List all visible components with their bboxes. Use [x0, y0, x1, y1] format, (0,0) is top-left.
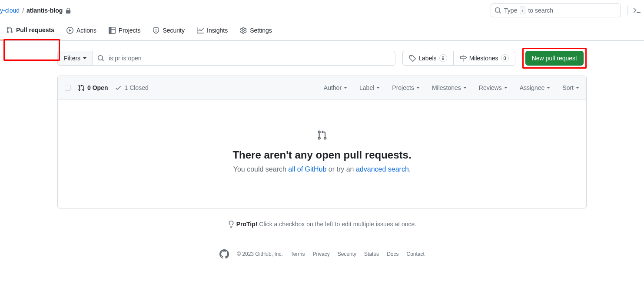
caret-down-icon	[376, 87, 380, 89]
tab-label: Insights	[207, 27, 228, 34]
footer-link[interactable]: Security	[338, 251, 356, 257]
git-pull-request-icon	[78, 84, 85, 91]
protip-label: ProTip!	[236, 221, 258, 228]
breadcrumb-org[interactable]: y-cloud	[0, 7, 20, 14]
lightbulb-icon	[228, 221, 235, 228]
tab-label: Settings	[250, 27, 272, 34]
filter-author[interactable]: Author	[324, 84, 347, 91]
labels-button[interactable]: Labels 9	[402, 51, 453, 66]
global-search[interactable]: Type / to search	[491, 3, 621, 17]
tab-projects[interactable]: Projects	[103, 20, 147, 40]
labels-label: Labels	[418, 55, 436, 62]
footer-link[interactable]: Status	[364, 251, 379, 257]
caret-down-icon	[547, 87, 550, 89]
pr-search-input[interactable]	[108, 54, 391, 62]
highlight-pull-requests	[3, 39, 60, 61]
caret-down-icon	[416, 87, 420, 89]
lock-icon	[65, 7, 71, 14]
milestones-label: Milestones	[469, 55, 498, 62]
breadcrumb-repo[interactable]: atlantis-blog	[27, 7, 63, 14]
milestones-button[interactable]: Milestones 0	[453, 51, 515, 66]
caret-down-icon	[463, 87, 467, 89]
search-placeholder-prefix: Type	[504, 7, 517, 14]
empty-description: You could search all of GitHub or try an…	[66, 165, 578, 173]
check-icon	[115, 84, 122, 91]
caret-down-icon	[576, 87, 579, 89]
footer-link[interactable]: Privacy	[312, 251, 329, 257]
protip: ProTip! Click a checkbox on the left to …	[57, 221, 587, 228]
empty-state: There aren't any open pull requests. You…	[58, 99, 586, 208]
closed-count: 1 Closed	[124, 84, 148, 91]
gear-icon	[240, 27, 247, 34]
filter-milestones[interactable]: Milestones	[432, 84, 467, 91]
footer: © 2023 GitHub, Inc. Terms Privacy Securi…	[57, 249, 587, 262]
pr-search[interactable]	[93, 51, 395, 66]
repo-nav: Pull requests Actions Projects Security …	[0, 20, 644, 41]
milestones-count: 0	[501, 54, 509, 62]
closed-prs-link[interactable]: 1 Closed	[115, 84, 148, 91]
git-pull-request-icon	[317, 133, 327, 140]
github-logo-icon	[219, 249, 229, 259]
labels-count: 9	[439, 54, 447, 62]
command-palette-icon[interactable]	[634, 7, 641, 14]
footer-link[interactable]: Terms	[291, 251, 305, 257]
footer-copyright: © 2023 GitHub, Inc.	[237, 251, 283, 257]
tab-settings[interactable]: Settings	[234, 20, 278, 40]
filter-reviews[interactable]: Reviews	[479, 84, 508, 91]
caret-down-icon	[344, 87, 347, 89]
caret-down-icon	[504, 87, 508, 89]
filter-assignee[interactable]: Assignee	[520, 84, 551, 91]
search-icon	[495, 7, 501, 14]
filters-label: Filters	[64, 55, 80, 62]
footer-link[interactable]: Contact	[406, 251, 424, 257]
tab-insights[interactable]: Insights	[191, 20, 234, 40]
search-hotkey: /	[520, 7, 525, 14]
link-all-github[interactable]: all of GitHub	[288, 165, 326, 173]
git-pull-request-icon	[6, 26, 13, 33]
tab-label: Pull requests	[16, 26, 54, 33]
filter-label[interactable]: Label	[359, 84, 380, 91]
tab-security[interactable]: Security	[146, 20, 191, 40]
table-icon	[109, 27, 116, 34]
tab-label: Security	[163, 27, 185, 34]
breadcrumb: y-cloud / atlantis-blog	[0, 7, 71, 14]
open-prs-link[interactable]: 0 Open	[78, 84, 108, 91]
highlight-new-pr: New pull request	[522, 48, 587, 69]
shield-icon	[153, 27, 159, 34]
tag-icon	[409, 55, 416, 62]
footer-link[interactable]: Docs	[387, 251, 398, 257]
search-icon	[97, 55, 104, 62]
search-placeholder-suffix: to search	[528, 7, 553, 14]
tab-label: Actions	[76, 27, 96, 34]
tab-actions[interactable]: Actions	[60, 20, 103, 40]
filter-sort[interactable]: Sort	[562, 84, 579, 91]
protip-text: Click a checkbox on the left to edit mul…	[257, 221, 416, 228]
link-advanced-search[interactable]: advanced search	[356, 165, 409, 173]
select-all-checkbox[interactable]	[65, 85, 71, 91]
open-count: 0 Open	[87, 84, 108, 91]
empty-title: There aren't any open pull requests.	[66, 149, 578, 161]
play-icon	[66, 27, 73, 34]
caret-down-icon	[83, 57, 86, 59]
list-header: 0 Open 1 Closed Author Label Projects Mi…	[58, 76, 586, 99]
graph-icon	[197, 27, 204, 34]
new-pull-request-button[interactable]: New pull request	[525, 51, 584, 66]
milestone-icon	[460, 55, 467, 62]
filters-button[interactable]: Filters	[57, 51, 93, 66]
tab-pull-requests[interactable]: Pull requests	[0, 20, 60, 40]
filter-projects[interactable]: Projects	[392, 84, 420, 91]
separator	[627, 6, 627, 15]
tab-label: Projects	[119, 27, 141, 34]
breadcrumb-separator: /	[22, 7, 24, 14]
